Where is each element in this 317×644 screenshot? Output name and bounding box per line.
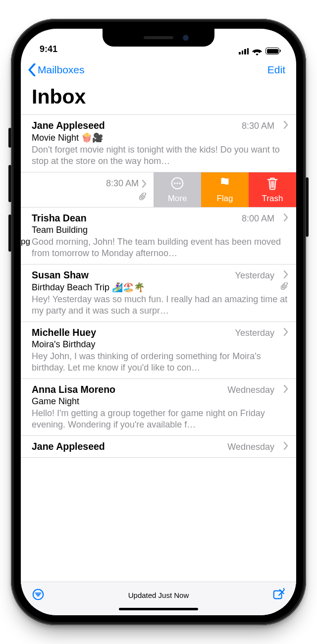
svg-point-2 [176, 182, 178, 184]
home-indicator[interactable] [119, 608, 198, 610]
message-row[interactable]: Susan Shaw Yesterday Birthday Beach Trip… [21, 265, 296, 322]
battery-icon [265, 48, 279, 54]
message-list[interactable]: Jane Appleseed 8:30 AM Movie Night 🍿🎥 Do… [21, 114, 296, 458]
back-label: Mailboxes [38, 64, 85, 76]
message-sender: Anna Lisa Moreno [32, 384, 221, 395]
volume-down [8, 215, 11, 252]
chevron-right-icon [283, 214, 288, 221]
message-time: Wednesday [227, 385, 274, 395]
filter-button[interactable] [32, 588, 45, 602]
svg-point-1 [174, 182, 175, 184]
message-row-swiped[interactable]: 8:30 AM More Flag Trash [21, 172, 296, 208]
toolbar-status: Updated Just Now [45, 591, 272, 599]
chevron-right-icon [283, 270, 288, 278]
volume-up [8, 165, 11, 202]
power-button [306, 177, 309, 237]
message-preview: Don't forget movie night is tonight with… [32, 144, 288, 167]
chevron-right-icon [283, 328, 288, 336]
message-time: 8:30 AM [106, 178, 139, 189]
notch [103, 29, 214, 47]
back-button[interactable]: Mailboxes [28, 63, 85, 76]
message-time: 8:00 AM [242, 214, 274, 224]
message-sender: Michelle Huey [32, 327, 229, 338]
page-title: Inbox [21, 83, 296, 114]
message-preview: Hey John, I was thinking of ordering som… [32, 351, 288, 374]
message-sender: Trisha Dean [32, 213, 236, 224]
message-row[interactable]: Trisha Dean 8:00 AM Team Building Good m… [21, 208, 296, 265]
status-icons [239, 48, 279, 54]
paperclip-icon [281, 282, 288, 293]
svg-rect-5 [274, 591, 282, 599]
status-time: 9:41 [40, 44, 57, 54]
wifi-icon [252, 48, 262, 54]
message-row[interactable]: Anna Lisa Moreno Wednesday Game Night He… [21, 379, 296, 436]
message-preview: Hello! I'm getting a group together for … [32, 408, 288, 430]
speaker-grille [144, 36, 173, 39]
paperclip-icon [139, 193, 147, 203]
message-subject: Game Night [32, 396, 79, 407]
message-preview: Good morning, John! The team building ev… [32, 236, 288, 259]
message-sender: Jane Appleseed [32, 441, 221, 452]
message-subject: Birthday Beach Trip 🏄‍♀️🏖️🌴 [32, 282, 145, 293]
message-row[interactable]: Michelle Huey Yesterday Moira's Birthday… [21, 322, 296, 379]
chevron-right-icon [283, 385, 288, 393]
message-subject: Team Building [32, 225, 88, 235]
message-time: Wednesday [227, 442, 274, 452]
swipe-trash-label: Trash [262, 194, 283, 204]
screen: 9:41 Mailboxes Edit Inbox pg Jane Apples… [21, 29, 296, 615]
edit-button[interactable]: Edit [267, 64, 285, 76]
message-row[interactable]: Jane Appleseed 8:30 AM Movie Night 🍿🎥 Do… [21, 115, 296, 172]
swipe-trash-button[interactable]: Trash [249, 172, 296, 207]
message-time: Yesterday [235, 270, 274, 281]
message-preview: Hey! Yesterday was so much fun. I really… [32, 294, 288, 317]
swipe-more-button[interactable]: More [154, 172, 201, 207]
svg-point-3 [179, 182, 180, 184]
cellular-icon [239, 48, 249, 54]
swipe-flag-button[interactable]: Flag [201, 172, 249, 207]
swipe-more-label: More [168, 194, 187, 204]
compose-button[interactable] [272, 588, 285, 602]
front-camera [183, 35, 189, 41]
iphone-frame: 9:41 Mailboxes Edit Inbox pg Jane Apples… [11, 19, 306, 625]
swipe-flag-label: Flag [216, 194, 233, 204]
swipe-actions: More Flag Trash [154, 172, 296, 207]
message-sender: Susan Shaw [32, 269, 229, 281]
chevron-right-icon [142, 180, 147, 188]
silent-switch [8, 128, 11, 148]
message-row[interactable]: Jane Appleseed Wednesday [21, 436, 296, 458]
chevron-right-icon [283, 442, 288, 450]
message-time: 8:30 AM [242, 121, 274, 131]
message-sender: Jane Appleseed [32, 120, 236, 131]
message-time: Yesterday [235, 328, 274, 338]
nav-bar: Mailboxes Edit [21, 56, 296, 83]
message-subject: Movie Night 🍿🎥 [32, 132, 103, 143]
chevron-right-icon [283, 121, 288, 129]
message-subject: Moira's Birthday [32, 339, 95, 350]
chevron-left-icon [28, 63, 36, 76]
